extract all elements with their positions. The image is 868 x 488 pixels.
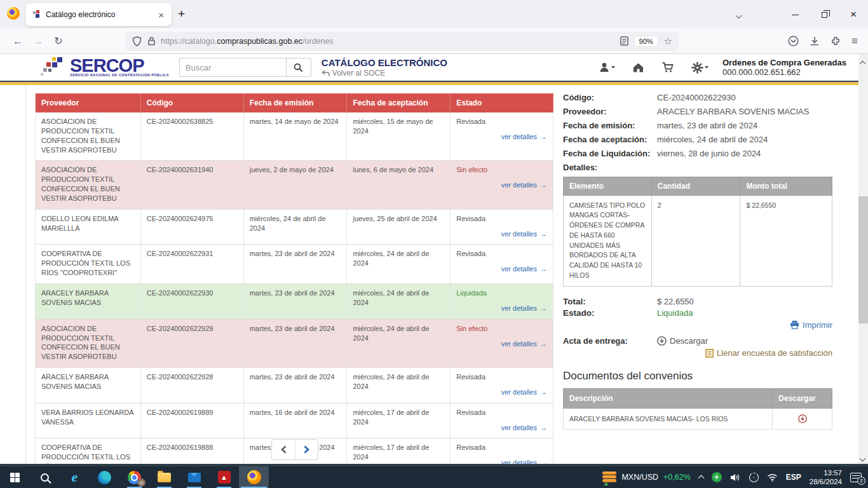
arrow-right-icon: →: [540, 304, 547, 312]
item-description: CAMISETAS TIPO POLO MANGAS CORTAS- ÓRDEN…: [564, 195, 652, 286]
url-bar[interactable]: https://catalogo.compraspublicas.gob.ec/…: [126, 32, 679, 51]
search-button[interactable]: [286, 58, 311, 77]
zoom-level[interactable]: 90%: [635, 36, 658, 46]
field-label: Código:: [563, 92, 657, 104]
column-header: Descargar: [773, 388, 832, 408]
field-label: Fecha de emisión:: [563, 120, 657, 132]
descargar-acta-link[interactable]: Descargar: [657, 336, 708, 346]
downloads-icon[interactable]: [810, 36, 820, 46]
meet-now-icon[interactable]: ◦: [749, 473, 759, 482]
volver-soce-link[interactable]: Volver al SOCE: [322, 69, 447, 78]
issue-date: martes, 14 de mayo de 2024: [243, 112, 347, 161]
forward-icon[interactable]: →: [28, 36, 48, 47]
currency-ticker[interactable]: MXN/USD +0,62%: [602, 471, 690, 483]
order-code: CE-20240002622931: [140, 245, 243, 284]
pocket-icon[interactable]: [788, 36, 799, 46]
user-menu[interactable]: [599, 62, 615, 73]
scroll-up-icon[interactable]: [860, 57, 865, 69]
chevron-right-icon: [301, 445, 309, 454]
item-row: CAMISETAS TIPO POLO MANGAS CORTAS- ÓRDEN…: [564, 195, 832, 286]
home-icon[interactable]: [632, 62, 644, 73]
ver-detalles-link[interactable]: ver detalles→: [456, 264, 547, 274]
ver-detalles-link[interactable]: ver detalles→: [456, 339, 547, 349]
acceptance-date: miércoles, 24 de abril de 2024: [347, 368, 451, 403]
extensions-icon[interactable]: [831, 36, 841, 46]
orders-number: 000.000.002.651.662: [722, 67, 846, 77]
issue-date: martes, 23 de abril de 2024: [243, 319, 347, 367]
provider-name: COOPERATIVA DE PRODUCCIÓN TEXTIL LOS RÍO…: [41, 443, 135, 466]
volume-icon[interactable]: [730, 473, 741, 482]
list-tabs-icon[interactable]: [736, 9, 741, 20]
doc-download-cell[interactable]: [773, 408, 832, 429]
ver-detalles-link[interactable]: ver detalles→: [456, 423, 547, 433]
start-button[interactable]: [0, 466, 30, 488]
acrobat-icon[interactable]: ▲: [209, 466, 239, 488]
prev-page-button[interactable]: [272, 440, 295, 459]
next-page-button[interactable]: [295, 440, 318, 459]
download-circle-red-icon: [798, 414, 807, 423]
field-label: Fecha de Liquidación:: [563, 148, 657, 159]
printer-icon: [790, 320, 799, 329]
column-header: Elemento: [564, 177, 652, 195]
ver-detalles-link[interactable]: ver detalles→: [456, 132, 547, 142]
ver-detalles-link[interactable]: ver detalles→: [456, 229, 547, 239]
settings-menu[interactable]: [691, 62, 709, 74]
cart-icon[interactable]: [661, 62, 674, 73]
issue-date: martes, 23 de abril de 2024: [243, 245, 347, 284]
acceptance-date: miércoles, 24 de abril de 2024: [347, 319, 451, 367]
ticker-pair: MXN/USD: [621, 473, 658, 482]
taskbar-search-icon[interactable]: [30, 466, 60, 488]
table-row: ASOCIACION DE PRODUCCION TEXTIL CONFECCI…: [36, 112, 553, 161]
doc-row: ARACELY BARBARA SOVENIS MACIAS- LOS RIOS: [564, 408, 832, 429]
caret-down-icon: [611, 66, 615, 69]
tray-expand-icon[interactable]: [698, 475, 704, 482]
file-explorer-icon[interactable]: [149, 466, 179, 488]
encuesta-link[interactable]: Llenar encuesta de satisfacción: [705, 348, 832, 358]
language-indicator[interactable]: ESP: [786, 473, 801, 482]
back-icon[interactable]: ←: [8, 36, 28, 47]
pagination: [271, 439, 318, 460]
ver-detalles-link[interactable]: ver detalles→: [456, 180, 547, 190]
ver-detalles-link[interactable]: ver detalles→: [456, 388, 547, 397]
field-label: Fecha de aceptación:: [563, 134, 657, 146]
new-tab-button[interactable]: +: [178, 8, 185, 20]
tab-close-icon[interactable]: ×: [157, 10, 165, 20]
reload-icon[interactable]: ↻: [48, 35, 69, 47]
firefox-taskbar-icon[interactable]: [239, 466, 269, 488]
status-badge: Revisada: [456, 214, 547, 224]
menu-icon[interactable]: ≡: [851, 35, 858, 48]
minimize-button[interactable]: [780, 9, 810, 20]
column-header: Código: [140, 93, 243, 112]
restore-button[interactable]: [810, 9, 839, 20]
wifi-icon[interactable]: [767, 473, 778, 482]
notifications-icon[interactable]: 2: [850, 473, 862, 482]
status-badge: Revisada: [456, 408, 547, 417]
reader-mode-icon[interactable]: [620, 36, 628, 46]
mail-icon[interactable]: [179, 466, 209, 488]
browser-tab[interactable]: Catálogo electrónico ×: [25, 3, 172, 26]
column-header: Descripción: [564, 388, 773, 408]
ver-detalles-link[interactable]: ver detalles→: [456, 304, 547, 313]
status-badge: Sin efecto: [456, 324, 547, 334]
gold-band: [0, 82, 868, 85]
arrow-right-icon: →: [540, 265, 547, 273]
search-input[interactable]: [179, 58, 286, 77]
edge-icon[interactable]: [90, 466, 119, 488]
chrome-icon[interactable]: G: [119, 466, 149, 488]
clock[interactable]: 13:57 28/6/2024: [810, 468, 842, 487]
scroll-down-icon[interactable]: [860, 452, 865, 463]
browser-toolbar: ← → ↻ https://catalogo.compraspublicas.g…: [0, 29, 868, 54]
scrollbar[interactable]: [858, 54, 868, 466]
field-value: martes, 23 de abril de 2024: [657, 120, 832, 132]
bookmark-star-icon[interactable]: ☆: [664, 36, 672, 47]
item-quantity: 2: [651, 195, 740, 286]
arrow-right-icon: →: [540, 340, 547, 348]
internet-explorer-icon[interactable]: e: [60, 466, 90, 488]
imprimir-link[interactable]: Imprimir: [790, 320, 832, 330]
status-badge: Revisada: [456, 372, 547, 382]
screen: Catálogo electrónico × + × ← → ↻ https:/…: [0, 0, 868, 488]
antivirus-icon[interactable]: +: [712, 472, 722, 482]
close-button[interactable]: ×: [839, 9, 868, 20]
order-code: CE-20240002631940: [140, 161, 243, 209]
scrollbar-thumb[interactable]: [858, 196, 868, 323]
